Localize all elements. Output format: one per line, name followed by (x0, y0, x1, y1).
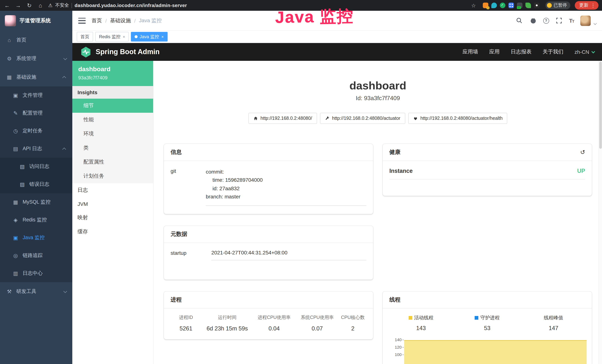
scrollbar-thumb[interactable] (599, 62, 602, 149)
sidebar-item-access-logs[interactable]: ▧ 访问日志 (0, 158, 72, 175)
insights-item-environment[interactable]: 环境 (72, 127, 153, 141)
tab-label: Java 监控 (140, 33, 159, 40)
sba-brand[interactable]: Spring Boot Admin (96, 48, 160, 56)
extension-icon-4[interactable] (508, 3, 514, 8)
extension-icon-3[interactable] (500, 3, 505, 8)
heartbeat-icon (413, 116, 418, 121)
sidebar-item-label: 访问日志 (29, 163, 49, 170)
y-tick: 140 (395, 337, 402, 342)
sidebar-item-trace[interactable]: ◎ 链路追踪 (0, 247, 72, 264)
sba-nav-applications[interactable]: 应用 (489, 49, 500, 55)
insights-item-details[interactable]: 细节 (72, 99, 153, 113)
close-icon[interactable]: × (161, 34, 164, 39)
health-card: 健康 ↺ Instance UP (383, 144, 592, 196)
tab-java-monitor[interactable]: Java 监控 × (131, 32, 167, 42)
sidebar-item-mappings[interactable]: 映射 (72, 211, 153, 225)
update-button-label: 更新 (579, 2, 589, 9)
breadcrumb-current: Java 监控 (139, 17, 162, 24)
threads-legend: 活动线程 守护进程 线程峰值 143 (388, 314, 587, 331)
bookmark-star-icon[interactable]: ☆ (470, 2, 477, 8)
sidebar-item-jvm[interactable]: JVM (72, 197, 153, 211)
breadcrumb-infrastructure[interactable]: 基础设施 (110, 17, 131, 24)
sidebar-item-caches[interactable]: 缓存 (72, 225, 153, 239)
tab-label: Redis 监控 (99, 33, 120, 40)
browser-menu-icon[interactable]: ⋮ (591, 3, 595, 8)
extension-icon-2[interactable] (491, 3, 497, 8)
sidebar-item-file-management[interactable]: ▣ 文件管理 (0, 86, 72, 104)
sba-locale-select[interactable]: zh-CN (575, 49, 594, 55)
browser-home-icon[interactable]: ⌂ (37, 2, 44, 9)
sidebar-item-label: API 日志 (23, 145, 42, 152)
sidebar-item-system-management[interactable]: ⚙ 系统管理 (0, 49, 72, 68)
sidebar-item-mysql-monitor[interactable]: ▦ MySQL 监控 (0, 193, 72, 211)
sidebar-item-logs[interactable]: 日志 (72, 183, 153, 197)
update-button[interactable]: 更新 ⋮ (575, 1, 599, 10)
extension-icon-5[interactable] (517, 3, 522, 8)
legend-active-threads: 活动线程 (388, 314, 454, 321)
instance-header[interactable]: dashboard 93a3fc7f7409 (72, 61, 153, 86)
app-logo[interactable]: 芋道管理系统 (0, 11, 72, 31)
github-icon[interactable] (529, 17, 537, 24)
close-icon[interactable]: × (123, 34, 125, 39)
git-time-line: time: 1596289704000 (206, 176, 366, 184)
sidebar-item-api-logs[interactable]: ▤ API 日志 (0, 140, 72, 158)
paused-badge[interactable]: 已暂停 (546, 1, 570, 9)
url-text[interactable]: dashboard.yudao.iocoder.cn/infra/admin-s… (75, 3, 187, 8)
sidebar-item-config-management[interactable]: ✎ 配置管理 (0, 104, 72, 122)
sidebar-item-infrastructure[interactable]: ▦ 基础设施 (0, 68, 72, 86)
extension-icon-1[interactable] (483, 3, 488, 8)
health-url-link[interactable]: http://192.168.0.2:48080/actuator/health (408, 113, 507, 124)
sidebar-item-java-monitor[interactable]: ▣ Java 监控 (0, 229, 72, 247)
active-tab-dot (135, 35, 138, 38)
insights-item-metrics[interactable]: 性能 (72, 113, 153, 127)
help-icon[interactable]: ? (543, 18, 549, 23)
sba-nav-journal[interactable]: 日志报表 (511, 49, 532, 55)
fullscreen-icon[interactable] (555, 17, 563, 24)
topbar-icons: ? TT (516, 15, 596, 26)
instance-content: dashboard Id: 93a3fc7f7409 http://192.16… (153, 61, 602, 364)
actuator-url-link[interactable]: http://192.168.0.2:48080/actuator (320, 113, 405, 124)
reload-icon[interactable]: ↻ (26, 2, 33, 9)
tab-home[interactable]: 首页 (77, 32, 93, 42)
sba-nav-about[interactable]: 关于我们 (543, 49, 563, 55)
process-value-pid: 5261 (169, 325, 203, 332)
forward-icon[interactable]: → (15, 2, 22, 9)
breadcrumb-home[interactable]: 首页 (92, 17, 102, 24)
sidebar-item-label: MySQL 监控 (23, 199, 51, 205)
extension-icon-6[interactable] (526, 3, 531, 8)
sidebar-item-label: 研发工具 (16, 288, 36, 295)
git-id-line: id: 27aa832 (206, 184, 366, 193)
sba-logo-icon (80, 46, 91, 58)
y-tick: 120 (395, 345, 402, 350)
insights-item-scheduled-tasks[interactable]: 计划任务 (72, 169, 153, 183)
user-avatar[interactable] (580, 15, 591, 26)
sidebar-item-redis-monitor[interactable]: ◈ Redis 监控 (0, 211, 72, 229)
metadata-value: 2021-04-27T00:44:31.254+08:00 (211, 249, 366, 260)
metadata-card-body: startup 2021-04-27T00:44:31.254+08:00 (164, 243, 373, 277)
chevron-down-icon (64, 289, 67, 293)
threads-card: 线程 活动线程 守护进程 (383, 291, 592, 364)
content-scrollbar[interactable] (599, 61, 602, 364)
history-icon[interactable]: ↺ (580, 149, 585, 156)
health-card-body: Instance UP (383, 161, 592, 196)
sidebar-item-log-center[interactable]: ▥ 日志中心 (0, 264, 72, 282)
avatar-caret-icon[interactable] (594, 22, 597, 25)
sidebar-item-devtools[interactable]: ⚒ 研发工具 (0, 282, 72, 301)
extension-icon-7[interactable] (534, 3, 539, 8)
gear-icon: ⚙ (6, 56, 12, 62)
sba-nav-wallboard[interactable]: 应用墙 (462, 49, 478, 55)
insights-item-classes[interactable]: 类 (72, 141, 153, 155)
back-icon[interactable]: ← (4, 2, 10, 9)
search-icon[interactable] (516, 17, 523, 24)
sidebar-item-home[interactable]: ⌂ 首页 (0, 31, 72, 49)
breadcrumb: 首页 / 基础设施 / Java 监控 (92, 17, 162, 24)
insights-item-config-props[interactable]: 配置属性 (72, 155, 153, 169)
security-label[interactable]: 不安全 (55, 2, 69, 9)
sidebar-item-error-logs[interactable]: ▨ 错误日志 (0, 175, 72, 193)
font-size-icon[interactable]: TT (569, 17, 574, 24)
tab-redis-monitor[interactable]: Redis 监控 × (95, 32, 129, 42)
address-bar[interactable]: ⚠ 不安全 dashboard.yudao.iocoder.cn/infra/a… (48, 2, 466, 9)
service-url-link[interactable]: http://192.168.0.2:48080/ (248, 113, 317, 124)
hamburger-icon[interactable] (78, 18, 86, 23)
sidebar-item-scheduled-tasks[interactable]: ◷ 定时任务 (0, 122, 72, 140)
